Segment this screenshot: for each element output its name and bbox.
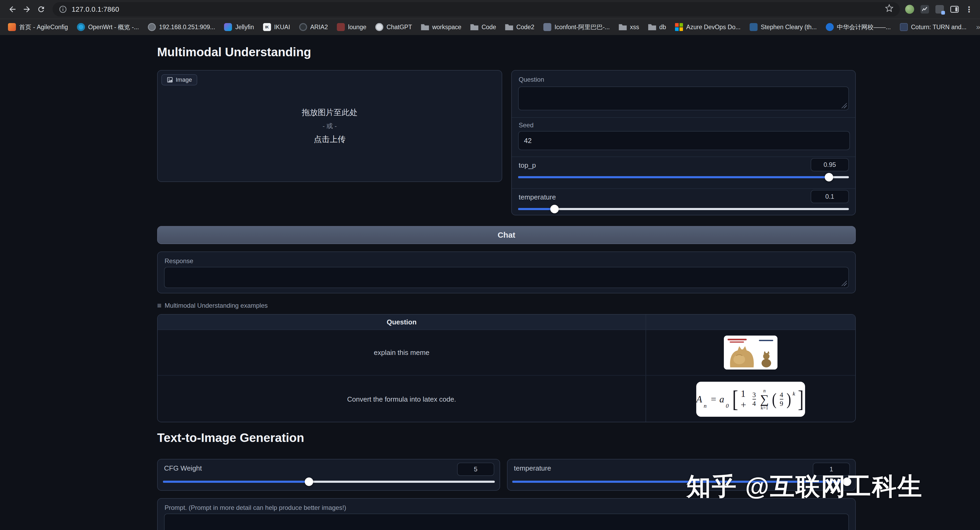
bookmark-azure-devops[interactable]: Azure DevOps Do... [671, 21, 744, 33]
examples-caption: Multimodal Understanding examples [157, 301, 268, 310]
bookmark-label: IKUAI [274, 24, 290, 31]
extension-icon[interactable] [921, 5, 929, 14]
slider-handle[interactable] [550, 205, 559, 213]
mu-title: Multimodal Understanding [157, 46, 311, 58]
bookmark-label: Coturn: TURN and... [911, 24, 966, 31]
example-image-cell [646, 330, 855, 375]
example-question-cell: Convert the formula into latex code. [158, 376, 646, 422]
bookmark-label: lounge [348, 24, 366, 31]
bookmark-label: 中华会计网校——... [837, 23, 891, 31]
bookmark-chinaacc[interactable]: 中华会计网校——... [822, 21, 894, 33]
seed-input[interactable] [518, 131, 850, 150]
site-info-icon[interactable] [59, 5, 67, 13]
bookmark-stephen-cleary[interactable]: Stephen Cleary (th... [746, 21, 821, 33]
back-button[interactable] [5, 2, 20, 16]
examples-header-image [646, 314, 855, 330]
bookmark-label: Jellyfin [235, 24, 254, 31]
reload-icon [37, 5, 45, 14]
response-block: Response [157, 251, 856, 294]
response-textarea[interactable] [165, 267, 848, 287]
address-bar[interactable]: 127.0.0.1:7860 [52, 2, 900, 16]
examples-caption-text: Multimodal Understanding examples [165, 302, 267, 309]
cfg-weight-label: CFG Weight [164, 464, 202, 472]
bookmark-label: Stephen Cleary (th... [761, 24, 817, 31]
top-p-value[interactable] [811, 158, 849, 171]
bookmark-coturn[interactable]: Coturn: TURN and... [896, 21, 970, 33]
profile-avatar[interactable] [905, 5, 914, 14]
back-icon [8, 5, 17, 14]
slider-handle[interactable] [305, 478, 313, 486]
bookmark-lounge[interactable]: lounge [333, 21, 370, 33]
example-row-meme[interactable]: explain this meme [158, 330, 855, 376]
examples-header-row: Question [158, 314, 855, 330]
t2i-title: Text-to-Image Generation [157, 431, 304, 444]
stephen-cleary-favicon [749, 23, 757, 31]
example-image-cell: An = a0 [ 1 + 34 n∑k=1 ( 49 ) k [646, 376, 855, 422]
bookmark-label: Code [482, 24, 496, 31]
examples-icon [157, 301, 161, 310]
temperature-slider[interactable] [518, 204, 849, 214]
temperature-value[interactable] [811, 190, 849, 203]
bookmark-folder-code2[interactable]: Code2 [501, 21, 538, 33]
prompt-textarea-wrap [164, 514, 849, 530]
bookmarks-overflow-chevron-icon[interactable] [972, 23, 980, 31]
examples-header-question: Question [158, 314, 646, 330]
top-p-slider[interactable] [518, 173, 849, 182]
bookmark-folder-code[interactable]: Code [467, 21, 500, 33]
agileconfig-favicon [8, 23, 16, 31]
reload-button[interactable] [34, 2, 48, 16]
slider-track [163, 481, 495, 483]
bookmark-chatgpt[interactable]: ChatGPT [372, 21, 416, 33]
menu-icon[interactable] [965, 5, 972, 14]
browser-window: 127.0.0.1:7860 首页 - AgileConfig OpenWrt … [0, 0, 980, 530]
azure-favicon [675, 23, 683, 31]
bookmark-label: xss [630, 24, 639, 31]
bookmark-label: workspace [432, 24, 461, 31]
example-question-cell: explain this meme [158, 330, 646, 375]
bookmark-label: 首页 - AgileConfig [19, 23, 68, 31]
watermark: 知乎 @互联网工科生 [686, 470, 923, 503]
bookmark-folder-xss[interactable]: xss [615, 21, 643, 33]
cfg-weight-value[interactable] [457, 463, 494, 476]
drop-text: 拖放图片至此处 [302, 107, 358, 118]
bookmark-label: ChatGPT [387, 24, 412, 31]
bookmark-label: ARIA2 [310, 24, 328, 31]
globe-favicon [148, 23, 156, 31]
iconfont-favicon [543, 23, 551, 31]
cfg-weight-slider[interactable] [163, 477, 495, 487]
bookmark-label: 192.168.0.251:909... [159, 24, 215, 31]
click-to-upload-link[interactable]: 点击上传 [314, 134, 345, 145]
question-textarea[interactable] [519, 87, 848, 110]
bookmark-folder-workspace[interactable]: workspace [417, 21, 465, 33]
response-label: Response [165, 257, 193, 265]
bookmark-folder-db[interactable]: db [644, 21, 670, 33]
bookmark-iconfont[interactable]: Iconfont-阿里巴巴-... [539, 21, 613, 33]
browser-toolbar: 127.0.0.1:7860 [0, 0, 980, 19]
bookmark-openwrt[interactable]: OpenWrt - 概览 -... [73, 21, 143, 33]
forward-button[interactable] [20, 2, 34, 16]
bookmark-agileconfig[interactable]: 首页 - AgileConfig [4, 21, 72, 33]
coturn-favicon [900, 23, 908, 31]
latex-formula: An = a0 [ 1 + 34 n∑k=1 ( 49 ) k [696, 388, 805, 410]
prompt-textarea[interactable] [165, 514, 848, 530]
bookmark-label: Iconfont-阿里巴巴-... [555, 23, 610, 31]
slider-handle[interactable] [825, 173, 833, 181]
folder-icon [505, 23, 513, 31]
examples-table: Question explain this meme [157, 314, 856, 422]
extension-badge-icon[interactable] [935, 5, 944, 14]
chinaacc-favicon [826, 23, 834, 31]
bookmark-ip-address[interactable]: 192.168.0.251:909... [144, 21, 219, 33]
folder-icon [648, 23, 656, 31]
side-panel-icon[interactable] [950, 6, 959, 13]
bookmark-star-icon[interactable] [885, 4, 894, 14]
slider-track [518, 176, 849, 178]
folder-icon [470, 23, 478, 31]
bookmark-aria2[interactable]: ARIA2 [296, 21, 331, 33]
bookmark-jellyfin[interactable]: Jellyfin [220, 21, 258, 33]
bookmark-ikuai[interactable]: IKUAI [259, 21, 294, 33]
image-upload-dropzone[interactable]: Image 拖放图片至此处 - 或 - 点击上传 [157, 70, 502, 182]
example-row-formula[interactable]: Convert the formula into latex code. An … [158, 376, 855, 422]
or-text: - 或 - [323, 122, 337, 130]
meme-thumbnail [724, 336, 778, 370]
chat-button[interactable]: Chat [157, 226, 856, 244]
